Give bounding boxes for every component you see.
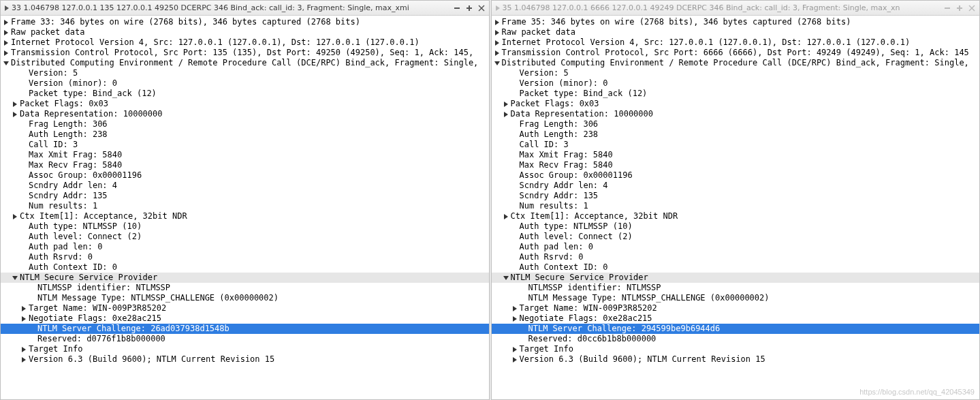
tree-row[interactable]: Packet Flags: 0x03 <box>492 99 980 109</box>
tree-row[interactable]: Packet Flags: 0x03 <box>1 99 489 109</box>
tree-row[interactable]: Target Info <box>1 344 489 354</box>
tree-row[interactable]: Auth Length: 238 <box>1 129 489 140</box>
tree-row[interactable]: Frag Length: 306 <box>492 119 980 129</box>
expand-icon[interactable] <box>20 356 28 364</box>
tree-row[interactable]: Num results: 1 <box>1 201 489 211</box>
expand-icon[interactable] <box>502 110 510 119</box>
expand-icon[interactable] <box>493 29 501 37</box>
expand-icon[interactable] <box>2 29 10 37</box>
tree-row[interactable]: Max Xmit Frag: 5840 <box>492 150 980 160</box>
titlebar-expand-icon[interactable] <box>494 4 503 12</box>
expand-icon[interactable] <box>11 110 19 119</box>
maximize-button[interactable] <box>955 3 964 13</box>
tree-row[interactable]: Reserved: d0cc6b1b8b000000 <box>492 334 980 344</box>
tree-row[interactable]: Internet Protocol Version 4, Src: 127.0.… <box>492 37 980 48</box>
tree-row[interactable]: Data Representation: 10000000 <box>492 109 980 119</box>
tree-row[interactable]: Target Info <box>492 344 980 354</box>
tree-row[interactable]: NTLM Server Challenge: 26ad037938d1548b <box>1 324 489 334</box>
tree-row[interactable]: Scndry Addr: 135 <box>492 191 980 201</box>
tree-row[interactable]: Auth Context ID: 0 <box>1 262 489 273</box>
tree-row[interactable]: NTLM Message Type: NTLMSSP_CHALLENGE (0x… <box>1 293 489 303</box>
expand-icon[interactable] <box>20 345 28 354</box>
tree-row[interactable]: Max Recv Frag: 5840 <box>1 160 489 170</box>
tree-row[interactable]: Auth level: Connect (2) <box>1 232 489 242</box>
tree-row[interactable]: Max Recv Frag: 5840 <box>492 160 980 170</box>
tree-row[interactable]: Auth type: NTLMSSP (10) <box>492 221 980 232</box>
tree-row[interactable]: Raw packet data <box>1 27 489 37</box>
expand-icon[interactable] <box>493 39 501 47</box>
expand-icon[interactable] <box>502 213 510 221</box>
tree-row[interactable]: Auth Length: 238 <box>492 129 980 140</box>
tree-row[interactable]: Max Xmit Frag: 5840 <box>1 150 489 160</box>
tree-row[interactable]: Data Representation: 10000000 <box>1 109 489 119</box>
collapse-icon[interactable] <box>2 59 10 67</box>
tree-row[interactable]: Version 6.3 (Build 9600); NTLM Current R… <box>492 354 980 365</box>
tree-row[interactable]: Frame 35: 346 bytes on wire (2768 bits),… <box>492 17 980 27</box>
tree-row[interactable]: NTLMSSP identifier: NTLMSSP <box>492 283 980 293</box>
packet-tree-left[interactable]: Frame 33: 346 bytes on wire (2768 bits),… <box>1 16 489 399</box>
tree-row[interactable]: Auth Rsrvd: 0 <box>492 252 980 262</box>
tree-row[interactable]: Reserved: d0776f1b8b000000 <box>1 334 489 344</box>
close-button[interactable] <box>967 3 977 13</box>
tree-row[interactable]: Version (minor): 0 <box>492 78 980 89</box>
tree-row[interactable]: Call ID: 3 <box>1 140 489 150</box>
minimize-button[interactable] <box>943 3 952 13</box>
collapse-icon[interactable] <box>502 274 510 282</box>
tree-row[interactable]: Distributed Computing Environment / Remo… <box>1 58 489 68</box>
tree-row[interactable]: NTLM Message Type: NTLMSSP_CHALLENGE (0x… <box>492 293 980 303</box>
titlebar-left[interactable]: 33 1.046798 127.0.0.1 135 127.0.0.1 4925… <box>1 1 489 16</box>
expand-icon[interactable] <box>2 39 10 47</box>
tree-row[interactable]: NTLM Secure Service Provider <box>1 273 489 283</box>
tree-row[interactable]: Target Name: WIN-009P3R85202 <box>492 303 980 313</box>
expand-icon[interactable] <box>493 18 501 27</box>
expand-icon[interactable] <box>2 49 10 57</box>
tree-row[interactable]: Transmission Control Protocol, Src Port:… <box>1 48 489 58</box>
expand-icon[interactable] <box>20 305 28 313</box>
tree-row[interactable]: Transmission Control Protocol, Src Port:… <box>492 48 980 58</box>
tree-row[interactable]: Ctx Item[1]: Acceptance, 32bit NDR <box>1 211 489 221</box>
collapse-icon[interactable] <box>493 59 501 67</box>
tree-row[interactable]: Version: 5 <box>1 68 489 78</box>
expand-icon[interactable] <box>511 315 519 323</box>
tree-row[interactable]: Frame 33: 346 bytes on wire (2768 bits),… <box>1 17 489 27</box>
expand-icon[interactable] <box>511 356 519 364</box>
tree-row[interactable]: Negotiate Flags: 0xe28ac215 <box>492 313 980 324</box>
titlebar-right[interactable]: 35 1.046798 127.0.0.1 6666 127.0.0.1 492… <box>492 1 980 16</box>
tree-row[interactable]: Num results: 1 <box>492 201 980 211</box>
expand-icon[interactable] <box>2 18 10 27</box>
tree-row[interactable]: Auth pad len: 0 <box>1 242 489 252</box>
tree-row[interactable]: Assoc Group: 0x00001196 <box>1 170 489 181</box>
tree-row[interactable]: Auth pad len: 0 <box>492 242 980 252</box>
collapse-icon[interactable] <box>11 274 19 282</box>
tree-row[interactable]: Auth Context ID: 0 <box>492 262 980 273</box>
tree-row[interactable]: NTLM Secure Service Provider <box>492 273 980 283</box>
tree-row[interactable]: Auth Rsrvd: 0 <box>1 252 489 262</box>
expand-icon[interactable] <box>511 305 519 313</box>
tree-row[interactable]: Frag Length: 306 <box>1 119 489 129</box>
tree-row[interactable]: Target Name: WIN-009P3R85202 <box>1 303 489 313</box>
tree-row[interactable]: Scndry Addr len: 4 <box>1 181 489 191</box>
tree-row[interactable]: Internet Protocol Version 4, Src: 127.0.… <box>1 37 489 48</box>
close-button[interactable] <box>477 3 486 13</box>
tree-row[interactable]: Packet type: Bind_ack (12) <box>492 89 980 99</box>
minimize-button[interactable] <box>452 3 462 13</box>
tree-row[interactable]: Auth level: Connect (2) <box>492 232 980 242</box>
tree-row[interactable]: Version (minor): 0 <box>1 78 489 89</box>
tree-row[interactable]: NTLMSSP identifier: NTLMSSP <box>1 283 489 293</box>
expand-icon[interactable] <box>511 345 519 354</box>
expand-icon[interactable] <box>493 49 501 57</box>
tree-row[interactable]: Call ID: 3 <box>492 140 980 150</box>
expand-icon[interactable] <box>502 100 510 108</box>
tree-row[interactable]: Version: 5 <box>492 68 980 78</box>
titlebar-expand-icon[interactable] <box>3 4 12 12</box>
expand-icon[interactable] <box>20 315 28 323</box>
tree-row[interactable]: Distributed Computing Environment / Remo… <box>492 58 980 68</box>
tree-row[interactable]: Ctx Item[1]: Acceptance, 32bit NDR <box>492 211 980 221</box>
tree-row[interactable]: Negotiate Flags: 0xe28ac215 <box>1 313 489 324</box>
tree-row[interactable]: Auth type: NTLMSSP (10) <box>1 221 489 232</box>
maximize-button[interactable] <box>464 3 474 13</box>
tree-row[interactable]: Scndry Addr: 135 <box>1 191 489 201</box>
tree-row[interactable]: Scndry Addr len: 4 <box>492 181 980 191</box>
tree-row[interactable]: Packet type: Bind_ack (12) <box>1 89 489 99</box>
expand-icon[interactable] <box>11 213 19 221</box>
